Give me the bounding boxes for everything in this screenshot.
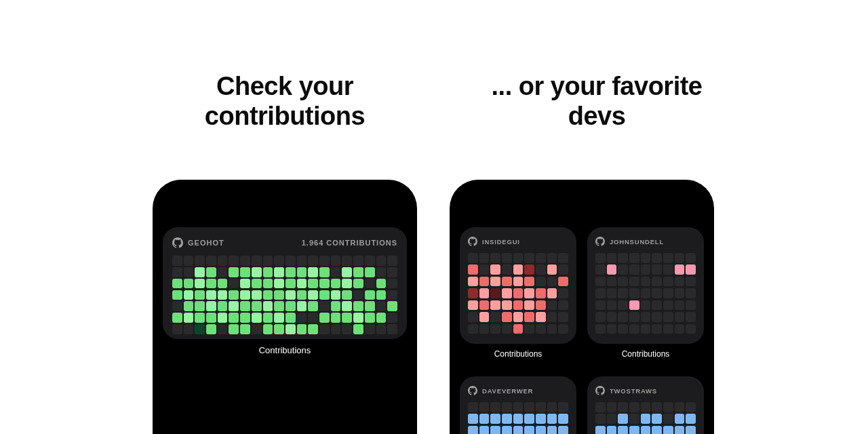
contribution-cell <box>285 324 296 334</box>
widget-username: JOHNSUNDELL <box>610 238 664 245</box>
contribution-cell <box>184 313 194 323</box>
contribution-cell <box>218 279 228 289</box>
contribution-cell <box>206 313 216 323</box>
widget-caption: Contributions <box>163 345 407 355</box>
contribution-cell <box>524 312 534 322</box>
contribution-cell <box>331 256 341 266</box>
widget-username: INSIDEGUI <box>482 238 520 245</box>
contribution-cell <box>547 324 557 334</box>
contribution-cell <box>502 300 512 311</box>
contribution-cell <box>618 426 628 434</box>
contribution-cell <box>513 414 524 424</box>
contribution-cell <box>195 290 205 300</box>
contribution-grid-small <box>468 253 568 334</box>
contribution-cell <box>297 313 307 323</box>
contribution-cell <box>502 402 512 412</box>
contribution-cell <box>229 313 239 323</box>
contribution-cell <box>353 290 363 300</box>
contribution-cell <box>641 426 651 434</box>
contribution-cell <box>387 267 397 277</box>
contribution-cell <box>172 301 182 311</box>
contribution-cell <box>618 253 628 263</box>
contribution-cell <box>229 290 239 300</box>
contribution-cell <box>558 288 568 298</box>
contribution-cell <box>331 290 341 300</box>
contribution-cell <box>490 324 500 334</box>
github-icon <box>468 386 477 395</box>
contribution-cell <box>297 290 307 300</box>
contribution-cell <box>595 288 606 298</box>
contribution-cell <box>686 402 696 412</box>
contribution-cell <box>490 426 500 434</box>
contribution-cell <box>595 426 606 434</box>
contribution-cell <box>607 414 617 424</box>
contribution-cell <box>387 324 397 334</box>
contribution-cell <box>319 290 330 300</box>
contribution-cell <box>558 312 568 322</box>
contribution-cell <box>218 290 228 300</box>
contribution-cell <box>240 324 250 334</box>
contribution-cell <box>263 301 273 311</box>
widget-header: INSIDEGUI <box>468 235 568 248</box>
contribution-cell <box>468 277 478 287</box>
contribution-cell <box>618 277 628 287</box>
contribution-cell <box>675 277 685 287</box>
contribution-cell <box>641 288 651 298</box>
contribution-cell <box>184 301 194 311</box>
contribution-cell <box>490 253 500 263</box>
contribution-grid-small <box>595 402 696 434</box>
contribution-cell <box>607 264 617 275</box>
contribution-cell <box>675 264 685 275</box>
contribution-cell <box>675 402 685 412</box>
contribution-cell <box>547 277 557 287</box>
contribution-cell <box>558 300 568 311</box>
contribution-cell <box>607 277 617 287</box>
contribution-cell <box>547 426 557 434</box>
contribution-cell <box>353 324 363 334</box>
contribution-cell <box>629 300 639 311</box>
contribution-grid-small <box>595 253 696 334</box>
contribution-cell <box>536 300 546 311</box>
contribution-cell <box>297 279 307 289</box>
contribution-cell <box>663 253 673 263</box>
contribution-cell <box>263 324 273 334</box>
contribution-cell <box>376 290 387 300</box>
contribution-cell <box>319 313 330 323</box>
contribution-cell <box>240 279 250 289</box>
contribution-cell <box>513 402 524 412</box>
contribution-cell <box>558 414 568 424</box>
contribution-cell <box>263 256 273 266</box>
contribution-cell <box>663 264 673 275</box>
contribution-cell <box>206 267 216 277</box>
widget-small-daveverwer[interactable]: DAVEVERWER <box>460 376 576 434</box>
contribution-cell <box>652 312 662 322</box>
contribution-cell <box>536 312 546 322</box>
widget-small-johnsundell[interactable]: JOHNSUNDELL <box>587 227 704 344</box>
contribution-cell <box>502 264 512 275</box>
contribution-cell <box>652 277 662 287</box>
contribution-cell <box>595 300 606 311</box>
contribution-cell <box>218 313 228 323</box>
contribution-cell <box>252 256 262 266</box>
contribution-cell <box>172 313 182 323</box>
contribution-cell <box>502 288 512 298</box>
contribution-cell <box>263 290 273 300</box>
contribution-cell <box>652 324 662 334</box>
contribution-cell <box>558 324 568 334</box>
widget-small-insidegui[interactable]: INSIDEGUI <box>460 227 576 344</box>
contribution-cell <box>240 313 250 323</box>
contribution-cell <box>468 402 478 412</box>
widget-small-twostraws[interactable]: TWOSTRAWS <box>587 376 704 434</box>
contribution-cell <box>513 264 524 275</box>
contribution-cell <box>675 414 685 424</box>
widget-large-geohot[interactable]: GEOHOT 1.964 CONTRIBUTIONS <box>163 227 407 339</box>
contribution-cell <box>342 267 352 277</box>
contribution-cell <box>479 414 490 424</box>
contribution-cell <box>229 301 239 311</box>
contribution-cell <box>652 426 662 434</box>
contribution-cell <box>195 313 205 323</box>
contribution-cell <box>663 324 673 334</box>
contribution-cell <box>285 301 296 311</box>
contribution-cell <box>629 414 639 424</box>
contribution-cell <box>479 253 490 263</box>
